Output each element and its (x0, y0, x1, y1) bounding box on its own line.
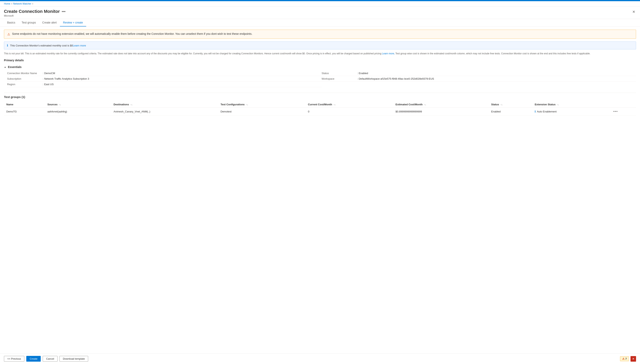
colon1: : (43, 72, 44, 75)
row-estimated-cost: $0.8999999999999999 (393, 108, 489, 116)
auto-enable-info-icon: ℹ (535, 110, 536, 113)
row-more-cell: ••• (611, 108, 636, 116)
desc-text-after: Test group wise cost is shown in the est… (396, 52, 590, 55)
essentials-left: Connection Monitor Name : DemoCM Subscri… (7, 70, 322, 87)
footer: << Previous Create Cancel Download templ… (0, 353, 640, 364)
tab-review-create[interactable]: Review + create (60, 19, 86, 26)
col-estimated-cost: Estimated Cost/Month ↑↓ (393, 101, 489, 108)
row-sources: aahilvnet(aahilrg) (45, 108, 111, 116)
auto-enablement: ℹ Auto Enablement (535, 110, 608, 113)
info-banner: ℹ This Connection Monitor's estimated mo… (4, 42, 636, 50)
desc-text-before: This is not your bill. This is an estima… (4, 52, 381, 55)
alert-count: 7 (625, 357, 627, 360)
essentials-value-workspace: DefaultWorkspace-af15e575-f948-49ac-bce0… (359, 77, 434, 80)
header-more-button[interactable]: ••• (62, 10, 66, 13)
essentials-label-subscription: Subscription (7, 77, 43, 80)
test-groups-table: Name Sources ↑↓ Destinations ↑↓ Test Con… (4, 101, 636, 116)
main-content: ⚠ Some endpoints do not have monitoring … (0, 26, 640, 353)
essentials-value-region: East US (44, 83, 54, 86)
warning-text: Some endpoints do not have monitoring ex… (12, 32, 252, 35)
extension-status-sort-icon: ↑↓ (557, 104, 559, 106)
essentials-label-name: Connection Monitor Name (7, 72, 43, 75)
essentials-header[interactable]: ▲ Essentials (4, 64, 636, 70)
info-text-before: This Connection Monitor's estimated mont… (10, 44, 73, 47)
col-estimated-cost-label: Estimated Cost/Month (396, 103, 422, 106)
col-name-label: Name (6, 103, 13, 106)
essentials-title: Essentials (8, 66, 22, 68)
auto-enable-label: Auto Enablement (537, 110, 556, 113)
destinations-sort-icon: ↑↓ (130, 104, 132, 106)
cancel-button[interactable]: Cancel (43, 356, 57, 362)
essentials-value-subscription: Network Traffic Analytics Subscription 3 (44, 77, 89, 80)
download-template-button[interactable]: Download template (60, 356, 88, 362)
table-row: DemoTG aahilvnet(aahilrg) Animesh_Canary… (4, 108, 636, 116)
breadcrumb-network-watcher[interactable]: Network Watcher (13, 2, 31, 5)
close-button[interactable]: ✕ (632, 9, 636, 15)
desc-learn-more-link[interactable]: Learn more, (382, 52, 395, 55)
essentials-grid: Connection Monitor Name : DemoCM Subscri… (4, 70, 636, 89)
essentials-row-region: Region : East US (7, 82, 322, 87)
breadcrumb-sep1: > (11, 2, 12, 5)
essentials-right: Status : Enabled Workspace : DefaultWork… (322, 70, 636, 87)
colon5: : (357, 77, 358, 80)
row-destinations: Animesh_Canary_Vnet_ANM(..) (111, 108, 218, 116)
alert-badge-icon: ⚠ (622, 357, 624, 360)
breadcrumb: Home > Network Watcher > (0, 1, 640, 6)
col-test-configs: Test Configurations ↑↓ (218, 101, 306, 108)
essentials-value-status: Enabled (359, 72, 368, 75)
current-cost-sort-icon: ↑↓ (334, 104, 336, 106)
primary-details-title: Primary details (4, 59, 636, 62)
breadcrumb-sep2: > (32, 2, 33, 5)
page-subtitle: Microsoft (4, 14, 66, 17)
essentials-row-status: Status : Enabled (322, 70, 636, 76)
info-learn-more-link[interactable]: Learn more (73, 44, 86, 47)
status-sort-icon: ↑↓ (500, 104, 502, 106)
row-extension-status: ℹ Auto Enablement (532, 108, 611, 116)
col-actions (611, 101, 636, 108)
previous-button[interactable]: << Previous (4, 356, 24, 362)
tab-create-alert[interactable]: Create alert (39, 19, 60, 26)
essentials-row-workspace: Workspace : DefaultWorkspace-af15e575-f9… (322, 76, 636, 82)
essentials-label-workspace: Workspace (322, 77, 357, 80)
create-button[interactable]: Create (26, 356, 41, 362)
col-current-cost-label: Current Cost/Month (308, 103, 332, 106)
tabs-container: Basics Test groups Create alert Review +… (0, 19, 640, 26)
col-sources: Sources ↑↓ (45, 101, 111, 108)
alert-badge[interactable]: ⚠ 7 (620, 356, 629, 361)
page-title: Create Connection Monitor (4, 9, 60, 14)
tab-test-groups[interactable]: Test groups (18, 19, 39, 26)
col-destinations-label: Destinations (114, 103, 129, 106)
essentials-label-status: Status (322, 72, 357, 75)
colon3: : (43, 83, 44, 86)
warning-banner: ⚠ Some endpoints do not have monitoring … (4, 30, 636, 39)
page-title-row: Create Connection Monitor ••• (4, 9, 66, 14)
table-header: Name Sources ↑↓ Destinations ↑↓ Test Con… (4, 101, 636, 108)
col-test-configs-label: Test Configurations (220, 103, 245, 106)
tab-basics[interactable]: Basics (4, 19, 18, 26)
colon4: : (357, 72, 358, 75)
col-extension-status: Extension Status ↑↓ (532, 101, 611, 108)
essentials-chevron-icon: ▲ (4, 66, 6, 68)
col-sources-label: Sources (48, 103, 58, 106)
col-name: Name (4, 101, 45, 108)
col-destinations: Destinations ↑↓ (111, 101, 218, 108)
test-groups-title: Test groups (1) (4, 95, 636, 98)
test-configs-sort-icon: ↑↓ (246, 104, 248, 106)
breadcrumb-home[interactable]: Home (4, 2, 10, 5)
row-more-button[interactable]: ••• (613, 110, 618, 113)
col-status: Status ↑↓ (489, 101, 532, 108)
footer-right: ⚠ 7 ✕ (620, 356, 636, 362)
row-status: Enabled (489, 108, 532, 116)
info-circle-icon: ℹ (7, 44, 8, 47)
page-header-left: Create Connection Monitor ••• Microsoft (4, 9, 66, 17)
col-extension-status-label: Extension Status (535, 103, 556, 106)
sources-sort-icon: ↑↓ (59, 104, 61, 106)
warning-icon: ⚠ (7, 32, 10, 36)
essentials-value-name: DemoCM (44, 72, 55, 75)
footer-close-button[interactable]: ✕ (630, 356, 636, 362)
colon2: : (43, 77, 44, 80)
row-name: DemoTG (4, 108, 45, 116)
essentials-label-region: Region (7, 83, 43, 86)
essentials-row-subscription: Subscription : Network Traffic Analytics… (7, 76, 322, 82)
test-groups-section: Test groups (1) Name Sources ↑↓ Destinat… (4, 93, 636, 116)
